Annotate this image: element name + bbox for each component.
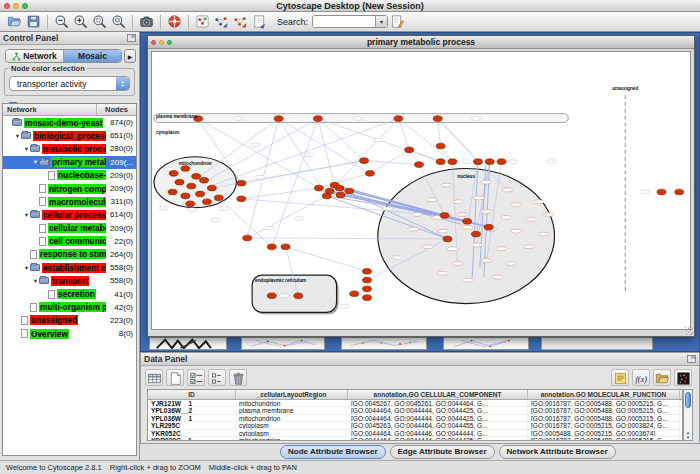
attribute-matrix-button[interactable] bbox=[674, 369, 692, 386]
node-label-pill[interactable] bbox=[187, 208, 197, 212]
node-label-pill[interactable] bbox=[353, 117, 363, 121]
graph-node[interactable] bbox=[200, 177, 209, 183]
open-session-button[interactable] bbox=[5, 13, 24, 31]
search-options-button[interactable] bbox=[388, 13, 407, 31]
graph-node[interactable] bbox=[360, 158, 369, 164]
network-window-titlebar[interactable]: primary metabolic process bbox=[148, 36, 694, 49]
node-label-pill[interactable] bbox=[457, 213, 468, 217]
node-label-pill[interactable] bbox=[294, 217, 304, 221]
table-cell[interactable]: mitochondrion bbox=[236, 415, 348, 421]
node-label-pill[interactable] bbox=[640, 190, 650, 194]
graph-node[interactable] bbox=[187, 183, 196, 189]
node-label-pill[interactable] bbox=[474, 196, 485, 200]
graph-node[interactable] bbox=[473, 159, 482, 165]
graph-edge[interactable] bbox=[318, 119, 335, 187]
graph-node[interactable] bbox=[405, 147, 414, 153]
table-cell[interactable]: plasma membrane bbox=[236, 407, 348, 413]
table-row[interactable]: YKR052Ccytoplasm[GO:0044464, GO:0044446,… bbox=[148, 430, 682, 437]
tree-column-nodes[interactable]: Nodes bbox=[97, 104, 136, 115]
node-label-pill[interactable] bbox=[437, 271, 448, 275]
select-all-attributes-button[interactable] bbox=[187, 369, 205, 386]
node-label-pill[interactable] bbox=[471, 117, 481, 121]
background-window-thumbnail[interactable] bbox=[341, 337, 427, 350]
node-label-pill[interactable] bbox=[304, 153, 314, 157]
graph-edge[interactable] bbox=[272, 119, 318, 247]
tab-mosaic[interactable]: Mosaic bbox=[64, 50, 121, 62]
table-cell[interactable]: YKR052C bbox=[148, 430, 236, 436]
tree-row[interactable]: ▼primary metabo209(... bbox=[3, 156, 136, 169]
node-color-select[interactable]: transporter activity ▲▼ bbox=[9, 76, 130, 91]
table-scrollbar[interactable]: ▲▼ bbox=[683, 389, 693, 441]
graph-node[interactable] bbox=[485, 159, 494, 165]
graph-node[interactable] bbox=[415, 162, 424, 168]
node-label-pill[interactable] bbox=[501, 215, 512, 219]
table-column-header[interactable]: annotation.GO MOLECULAR_FUNCTION bbox=[528, 390, 680, 399]
graph-edge[interactable] bbox=[286, 247, 367, 271]
graph-edge[interactable] bbox=[279, 119, 327, 196]
node-label-pill[interactable] bbox=[280, 294, 290, 298]
table-cell[interactable]: [GO:0045267, GO:0045261, GO:0044464, G..… bbox=[348, 400, 528, 406]
zoom-out-button[interactable] bbox=[52, 13, 71, 31]
graph-node[interactable] bbox=[168, 189, 177, 195]
graph-node[interactable] bbox=[362, 277, 371, 283]
graph-node[interactable] bbox=[657, 189, 666, 195]
tree-row[interactable]: nucleobase-209(0) bbox=[3, 169, 136, 182]
node-label-pill[interactable] bbox=[340, 305, 350, 309]
tree-row[interactable]: secretion41(0) bbox=[3, 287, 136, 300]
graph-node[interactable] bbox=[484, 224, 493, 230]
network-canvas[interactable]: plasma membrane cytoplasm mitochondrion … bbox=[151, 51, 691, 330]
graph-edge[interactable] bbox=[279, 119, 370, 174]
node-label-pill[interactable] bbox=[496, 247, 507, 251]
graph-node[interactable] bbox=[314, 185, 323, 191]
select-attributes-button[interactable] bbox=[145, 369, 163, 386]
import-network-web-button[interactable] bbox=[231, 13, 250, 31]
graph-node[interactable] bbox=[169, 171, 178, 177]
node-label-pill[interactable] bbox=[506, 261, 517, 265]
zoom-fit-button[interactable] bbox=[109, 13, 128, 31]
node-label-pill[interactable] bbox=[481, 210, 492, 214]
tree-row[interactable]: Overview8(0) bbox=[3, 327, 136, 340]
node-label-pill[interactable] bbox=[492, 275, 503, 279]
tab-network[interactable]: Network bbox=[6, 50, 63, 62]
graph-node[interactable] bbox=[196, 191, 205, 197]
scrollbar-thumb[interactable] bbox=[685, 392, 691, 408]
unselect-all-attributes-button[interactable] bbox=[208, 369, 226, 386]
network-view-window[interactable]: primary metabolic process plasma bbox=[147, 35, 695, 337]
tree-row[interactable]: cellular metabol209(0) bbox=[3, 222, 136, 235]
expand-arrow-icon[interactable]: ▼ bbox=[32, 278, 39, 284]
expand-arrow-icon[interactable]: ▼ bbox=[23, 265, 30, 271]
graph-edge[interactable] bbox=[207, 119, 318, 181]
table-row[interactable]: YLR295Ccytoplasm[GO:0045263, GO:0044464,… bbox=[148, 422, 682, 429]
table-row[interactable]: YDR039C__1mitochondrion[GO:0044464, GO:0… bbox=[148, 437, 682, 441]
node-label-pill[interactable] bbox=[437, 229, 448, 233]
expand-arrow-icon[interactable]: ▼ bbox=[23, 146, 30, 152]
tree-column-network[interactable]: Network bbox=[3, 104, 97, 115]
table-cell[interactable]: [GO:0045263, GO:0044464, GO:0044455, G..… bbox=[348, 422, 528, 428]
graph-node[interactable] bbox=[433, 116, 442, 122]
graph-node[interactable] bbox=[440, 213, 449, 219]
graph-node[interactable] bbox=[336, 192, 345, 198]
search-input[interactable] bbox=[313, 16, 375, 27]
node-label-pill[interactable] bbox=[481, 259, 492, 263]
graph-node[interactable] bbox=[237, 180, 246, 186]
graph-node[interactable] bbox=[394, 116, 403, 122]
float-panel-icon[interactable] bbox=[687, 355, 696, 363]
graph-node[interactable] bbox=[274, 116, 283, 122]
node-label-pill[interactable] bbox=[219, 207, 229, 211]
node-label-pill[interactable] bbox=[211, 218, 221, 222]
expand-arrow-icon[interactable]: ▼ bbox=[32, 159, 39, 165]
graph-node[interactable] bbox=[350, 291, 359, 297]
graph-node[interactable] bbox=[181, 193, 190, 199]
import-network-button[interactable] bbox=[212, 13, 231, 31]
node-label-pill[interactable] bbox=[412, 213, 423, 217]
table-cell[interactable]: cytoplasm bbox=[236, 430, 348, 436]
region-nucleus[interactable] bbox=[378, 168, 555, 303]
more-tabs-button[interactable]: ▶ bbox=[124, 49, 136, 63]
graph-edge[interactable] bbox=[247, 196, 327, 238]
scrollbar-arrows[interactable]: ▲▼ bbox=[684, 430, 692, 440]
node-label-pill[interactable] bbox=[447, 247, 458, 251]
graph-node[interactable] bbox=[362, 268, 371, 274]
float-panel-icon[interactable] bbox=[127, 34, 136, 42]
annotation-button[interactable] bbox=[250, 13, 269, 31]
graph-node[interactable] bbox=[214, 195, 223, 201]
